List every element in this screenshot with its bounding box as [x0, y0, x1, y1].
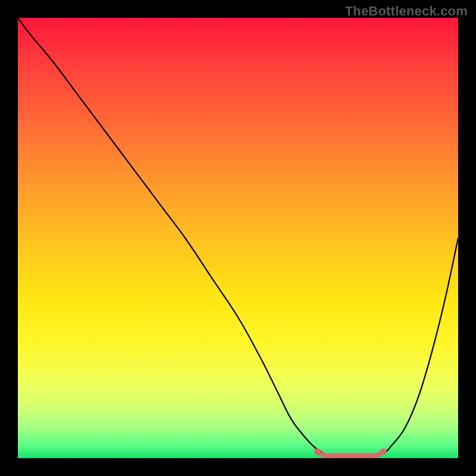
optimal-zone-highlight [317, 452, 383, 456]
optimal-zone-left-cap [314, 449, 321, 455]
curve-overlay [18, 18, 458, 458]
chart-frame: TheBottleneck.com [0, 0, 476, 476]
optimal-zone-right-cap [380, 449, 387, 455]
watermark-text: TheBottleneck.com [345, 4, 468, 19]
plot-area [18, 18, 458, 458]
bottleneck-curve [18, 18, 458, 458]
